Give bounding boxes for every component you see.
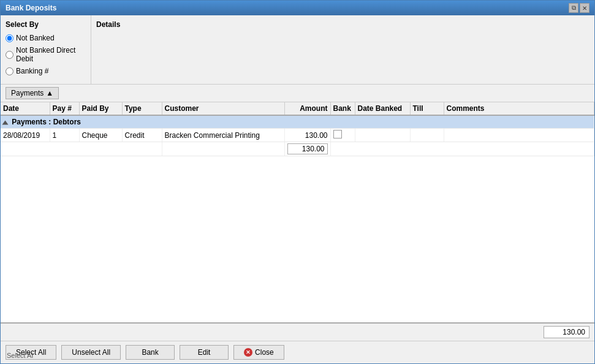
close-button[interactable]: ✕ Close bbox=[233, 345, 284, 360]
col-header-paid-by: Paid By bbox=[79, 102, 122, 115]
col-header-till: Till bbox=[410, 102, 444, 115]
cell-till bbox=[410, 129, 444, 142]
payments-toolbar-button[interactable]: Payments ▲ bbox=[6, 87, 59, 99]
radio-banking-hash[interactable]: Banking # bbox=[6, 67, 86, 75]
footer-total: 130.00 bbox=[1, 322, 594, 341]
cell-date: 28/08/2019 bbox=[1, 129, 50, 142]
select-by-panel: Select By Not Banked Not Banked Direct D… bbox=[1, 15, 91, 84]
bank-checkbox[interactable] bbox=[333, 130, 342, 138]
col-header-pay: Pay # bbox=[50, 102, 79, 115]
bottom-bar: Select AI Select All Unselect All Bank E… bbox=[1, 341, 594, 363]
cell-customer: Bracken Commercial Printing bbox=[162, 129, 284, 142]
col-header-bank: Bank bbox=[330, 102, 355, 115]
top-section: Select By Not Banked Not Banked Direct D… bbox=[1, 15, 594, 85]
cell-comments bbox=[444, 129, 594, 142]
group-row-debtors: Payments : Debtors bbox=[1, 115, 594, 129]
col-header-date-banked: Date Banked bbox=[355, 102, 410, 115]
bank-deposits-window: Bank Deposits ⧉ ✕ Select By Not Banked N… bbox=[0, 0, 595, 364]
restore-button[interactable]: ⧉ bbox=[569, 3, 578, 13]
close-icon: ✕ bbox=[244, 348, 252, 357]
window-title: Bank Deposits bbox=[6, 4, 56, 12]
title-bar-buttons: ⧉ ✕ bbox=[569, 3, 589, 13]
subtotal-row: 130.00 bbox=[1, 142, 594, 156]
col-header-customer: Customer bbox=[162, 102, 284, 115]
cell-date-banked bbox=[355, 129, 410, 142]
col-header-comments: Comments bbox=[444, 102, 594, 115]
unselect-all-button[interactable]: Unselect All bbox=[61, 345, 121, 360]
title-bar: Bank Deposits ⧉ ✕ bbox=[1, 1, 594, 15]
table-row[interactable]: 28/08/2019 1 Cheque Credit Bracken Comme… bbox=[1, 129, 594, 142]
col-header-date: Date bbox=[1, 102, 50, 115]
cell-paid-by: Cheque bbox=[79, 129, 122, 142]
group-triangle-icon bbox=[2, 120, 9, 124]
details-panel: Details bbox=[91, 15, 594, 84]
radio-not-banked-direct-debit[interactable]: Not Banked Direct Debit bbox=[6, 46, 86, 63]
col-header-type: Type bbox=[122, 102, 162, 115]
main-content: Select By Not Banked Not Banked Direct D… bbox=[1, 15, 594, 363]
subtotal-amount: 130.00 bbox=[284, 142, 330, 156]
edit-button[interactable]: Edit bbox=[180, 345, 229, 360]
cell-pay: 1 bbox=[50, 129, 79, 142]
payments-table: Date Pay # Paid By Type Customer Amount … bbox=[1, 102, 594, 156]
payments-arrow-icon: ▲ bbox=[46, 89, 53, 97]
bank-button[interactable]: Bank bbox=[126, 345, 175, 360]
select-by-title: Select By bbox=[6, 20, 86, 29]
payments-toolbar: Payments ▲ bbox=[1, 85, 594, 102]
select-ai-label: Select AI bbox=[7, 352, 33, 359]
table-header-row: Date Pay # Paid By Type Customer Amount … bbox=[1, 102, 594, 115]
cell-bank bbox=[330, 129, 355, 142]
close-window-button[interactable]: ✕ bbox=[580, 3, 589, 13]
cell-type: Credit bbox=[122, 129, 162, 142]
radio-not-banked[interactable]: Not Banked bbox=[6, 34, 86, 42]
col-header-amount: Amount bbox=[284, 102, 330, 115]
cell-amount: 130.00 bbox=[284, 129, 330, 142]
table-section: Date Pay # Paid By Type Customer Amount … bbox=[1, 102, 594, 322]
grand-total: 130.00 bbox=[544, 326, 589, 338]
group-row-label: Payments : Debtors bbox=[1, 115, 594, 129]
details-label: Details bbox=[96, 20, 120, 29]
